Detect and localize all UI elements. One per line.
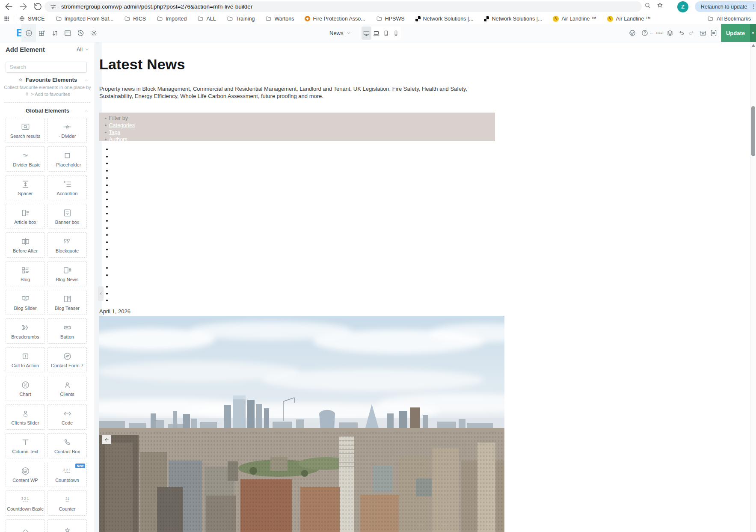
svg-text:321: 321	[21, 497, 29, 501]
star-icon[interactable]	[656, 2, 664, 9]
reload-icon[interactable]	[33, 1, 43, 12]
export-icon[interactable]	[699, 29, 707, 37]
add-element-icon[interactable]	[25, 29, 33, 37]
element-card[interactable]: New321Countdown	[47, 462, 87, 487]
bookmark-item[interactable]: Network Solutions |...	[484, 16, 542, 22]
bookmark-item[interactable]: SMICE	[19, 15, 45, 22]
redo-icon[interactable]	[688, 29, 696, 37]
element-card[interactable]: Contact Form 7	[47, 347, 87, 372]
bookmark-item[interactable]: ALL	[197, 15, 216, 22]
page-select-label: News	[329, 30, 344, 36]
element-card[interactable]: Button	[47, 318, 87, 344]
filter-authors-link[interactable]: Authors	[109, 137, 127, 143]
relaunch-to-update-button[interactable]: Relaunch to update	[695, 1, 756, 12]
element-card[interactable]: · Divider Basic	[6, 146, 45, 172]
slider-prev-button[interactable]	[102, 435, 111, 444]
favourite-elements-header[interactable]: Favourite Elements	[0, 77, 95, 83]
bookmark-item[interactable]: RICS	[124, 15, 146, 22]
reorder-icon[interactable]	[51, 29, 59, 37]
element-card[interactable]: Blog Teaser	[47, 290, 87, 315]
custom-css-icon[interactable]: {css}	[656, 29, 664, 37]
all-bookmarks-button[interactable]: All Bookmarks	[707, 13, 751, 24]
element-card[interactable]: Clients	[47, 376, 87, 401]
help-icon[interactable]	[641, 29, 649, 37]
bookmark-item[interactable]: Air Landline ™	[553, 16, 596, 22]
bookmark-item[interactable]: Imported	[157, 15, 187, 22]
layout-icon[interactable]	[64, 29, 72, 37]
kebab-menu-icon[interactable]	[750, 3, 756, 10]
element-card[interactable]: 21Counter	[47, 490, 87, 516]
element-card[interactable]	[6, 519, 45, 532]
element-card[interactable]: Search results	[6, 118, 45, 143]
bookmark-item[interactable]: HPSWS	[376, 15, 405, 22]
element-card[interactable]: Blog Slider	[6, 290, 45, 315]
update-options-caret[interactable]: ▼	[750, 24, 756, 42]
bookmark-item[interactable]: Fire Protection Asso...	[305, 16, 365, 22]
element-label: Column Text	[12, 449, 39, 455]
element-card[interactable]: Spacer	[6, 175, 45, 200]
element-card[interactable]: Banner box	[47, 204, 87, 229]
add-section-icon[interactable]	[38, 29, 46, 37]
element-card[interactable]: · Divider	[47, 118, 87, 143]
star-element-icon	[62, 526, 72, 532]
filter-tags-link[interactable]: Tags	[109, 129, 120, 135]
chevron-up-icon[interactable]	[84, 109, 89, 113]
global-elements-header[interactable]: Global Elements	[0, 107, 95, 114]
element-card[interactable]: Blog News	[47, 261, 87, 286]
bookmark-item[interactable]: Wartons	[265, 15, 294, 22]
bookmark-item[interactable]: Air Landline ™	[607, 16, 651, 22]
element-card[interactable]: Call to Action	[6, 347, 45, 372]
tablet-preview-button[interactable]	[381, 27, 391, 40]
element-card[interactable]: Clients Slider	[6, 404, 45, 430]
element-card[interactable]: Breadcrumbs	[6, 318, 45, 344]
search-icon[interactable]	[644, 2, 651, 9]
chevron-up-icon[interactable]	[84, 78, 89, 83]
placeholder-icon	[62, 151, 72, 160]
desktop-preview-button[interactable]	[362, 27, 371, 40]
element-card[interactable]: Accordion	[47, 175, 87, 200]
scrollbar-up-arrow[interactable]	[752, 44, 755, 47]
element-card[interactable]: Blog	[6, 261, 45, 286]
element-card[interactable]: Blockquote	[47, 232, 87, 258]
element-card[interactable]: Column Text	[6, 433, 45, 458]
back-icon[interactable]	[3, 1, 14, 12]
mobile-preview-button[interactable]	[391, 27, 401, 40]
bookmark-label: Imported From Saf...	[65, 16, 114, 22]
profile-avatar[interactable]: Z	[677, 1, 688, 12]
search-input[interactable]	[6, 62, 87, 73]
update-button[interactable]: Update	[721, 24, 750, 42]
revisions-icon[interactable]	[77, 29, 85, 37]
bookmark-item[interactable]: Training	[227, 15, 255, 22]
bookmark-item[interactable]: Imported From Saf...	[56, 15, 114, 22]
element-card[interactable]: PRECode	[47, 404, 87, 430]
tablet-icon	[382, 30, 390, 37]
apps-grid-icon[interactable]	[3, 15, 10, 22]
settings-icon[interactable]	[90, 29, 98, 37]
preview-icon[interactable]	[710, 29, 717, 37]
element-label: Code	[62, 421, 73, 426]
element-card[interactable]: Content WP	[6, 462, 45, 487]
wordpress-icon[interactable]	[629, 29, 636, 37]
divider-basic-icon	[21, 151, 30, 160]
layers-icon[interactable]	[666, 29, 674, 37]
element-filter-dropdown[interactable]: All	[77, 47, 89, 53]
tune-icon[interactable]	[50, 3, 57, 10]
page-select-dropdown[interactable]: News	[329, 24, 351, 42]
element-card[interactable]: Contact Box	[47, 433, 87, 458]
element-card[interactable]: · Placeholder	[47, 146, 87, 172]
undo-icon[interactable]	[677, 29, 685, 37]
filter-categories-link[interactable]: Categories	[109, 122, 135, 128]
element-card[interactable]: Article box	[6, 204, 45, 229]
element-card[interactable]	[47, 519, 87, 532]
forward-icon[interactable]	[18, 1, 29, 12]
bookmark-item[interactable]: Network Solutions |...	[415, 16, 474, 22]
banner-box-icon	[62, 208, 72, 218]
element-card[interactable]: Chart	[6, 376, 45, 401]
chevron-down-icon[interactable]	[649, 32, 653, 36]
scrollbar-thumb[interactable]	[751, 106, 755, 156]
element-card[interactable]: 321Countdown Basic	[6, 490, 45, 516]
laptop-preview-button[interactable]	[371, 27, 381, 40]
collapse-sidebar-button[interactable]	[98, 286, 104, 301]
address-bar[interactable]: strommergroup.com/wp-admin/post.php?post…	[44, 1, 642, 12]
element-card[interactable]: Before After	[6, 232, 45, 258]
